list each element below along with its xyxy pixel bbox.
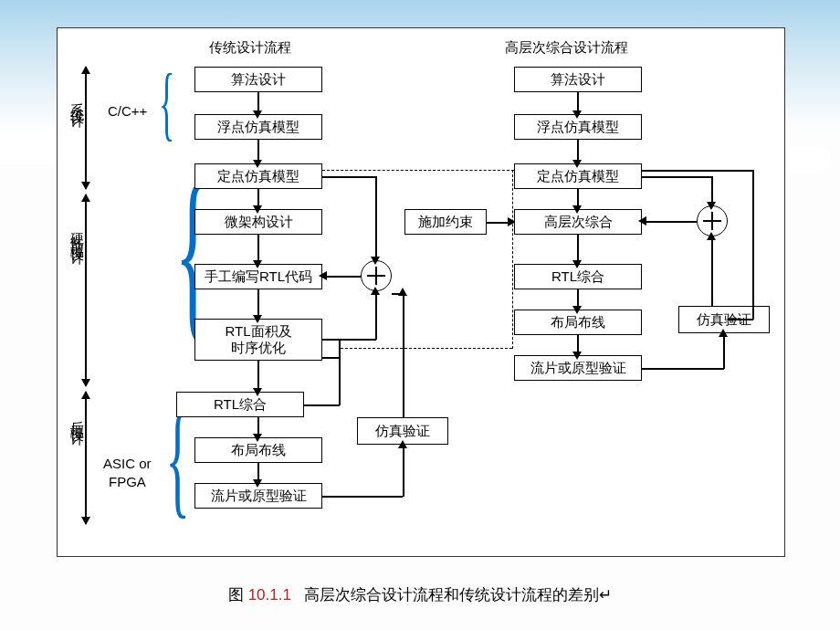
section-back: 后端设计 xyxy=(68,410,86,425)
box-constraint: 施加约束 xyxy=(404,209,487,235)
header-right: 高层次综合设计流程 xyxy=(505,39,628,57)
section-hw: 硬件前端设计 xyxy=(68,222,86,244)
box-rtl-opt: RTL面积及时序优化 xyxy=(194,319,322,361)
label-fpga: FPGA xyxy=(109,474,146,489)
header-left: 传统设计流程 xyxy=(209,39,291,57)
diagram-frame: 传统设计流程 高层次综合设计流程 系统设计 硬件前端设计 后端设计 { C/C+… xyxy=(57,27,785,557)
box-algo-r: 算法设计 xyxy=(514,67,642,92)
section-sys: 系统设计 xyxy=(68,92,86,107)
section-bar-sys xyxy=(85,67,87,189)
box-algo-l: 算法设计 xyxy=(194,67,322,92)
label-cpp: C/C++ xyxy=(108,103,147,119)
box-rtlsyn-l: RTL综合 xyxy=(176,392,304,417)
brace-icon: { xyxy=(159,56,174,150)
figure-caption: 图 10.1.1 高层次综合设计流程和传统设计流程的差别↵ xyxy=(0,584,840,605)
label-asic: ASIC or xyxy=(103,456,152,471)
